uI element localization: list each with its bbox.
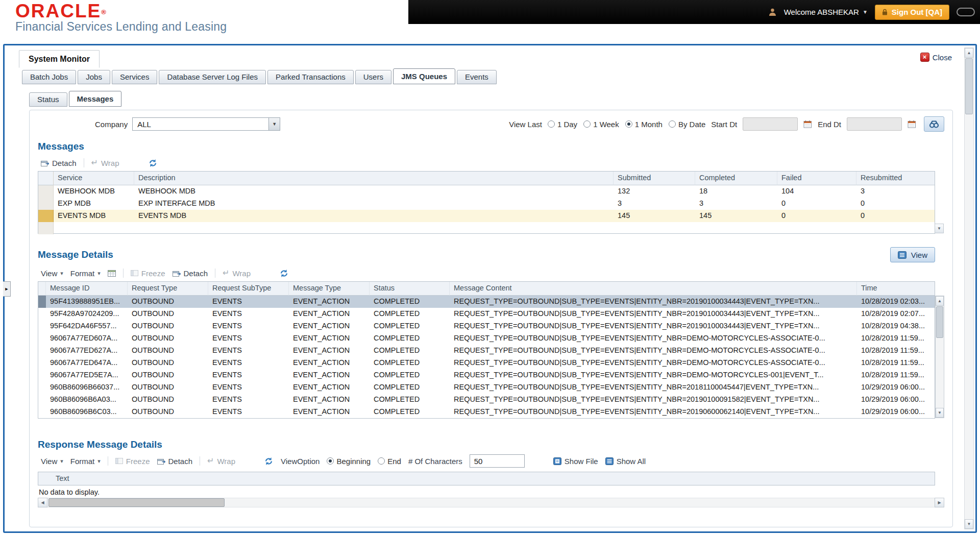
scroll-down-icon[interactable]: ▼ [965,519,973,529]
column-header[interactable]: Request SubType [208,282,289,296]
show-all-button[interactable]: Show All [605,457,646,466]
view-menu[interactable]: View ▾ [41,457,63,466]
column-header[interactable]: Status [370,282,450,296]
scroll-down-icon[interactable]: ▼ [935,224,944,233]
start-dt-input[interactable] [743,117,798,131]
table-row[interactable]: 95F428A97024209... OUTBOUND EVENTS EVENT… [38,308,935,320]
format-menu[interactable]: Format ▾ [70,269,101,278]
table-row[interactable]: 95F642DA46F557... OUTBOUND EVENTS EVENT_… [38,320,935,332]
scrollbar-track[interactable] [47,498,935,507]
column-header[interactable]: Description [134,172,614,185]
column-header[interactable]: Submitted [614,172,695,185]
detach-button[interactable]: Detach [173,269,208,278]
freeze-button[interactable]: Freeze [115,457,150,466]
view-last-option[interactable]: 1 Week [583,120,619,129]
sub-tab[interactable]: Messages [69,91,122,107]
start-dt-calendar-icon[interactable] [803,120,812,128]
window-titlebar: System Monitor × Close [5,45,975,68]
table-row[interactable]: 960B86096B6C03... OUTBOUND EVENTS EVENT_… [38,406,935,418]
refresh-button[interactable] [148,159,158,167]
search-button[interactable] [924,116,944,132]
main-tab[interactable]: Services [112,70,158,84]
export-button[interactable] [108,270,116,277]
messages-table: ServiceDescriptionSubmittedCompletedFail… [38,171,935,234]
scroll-down-icon[interactable]: ▼ [936,408,944,418]
scroll-up-icon[interactable]: ▲ [965,48,973,58]
view-option[interactable]: End [378,457,401,466]
format-menu[interactable]: Format ▾ [70,457,101,466]
end-dt-calendar-icon[interactable] [908,120,916,128]
scroll-up-icon[interactable]: ▲ [936,296,944,306]
cell-time: 10/28/2019 04:38... [857,320,935,332]
refresh-button[interactable] [264,457,274,466]
column-header[interactable]: Failed [777,172,856,185]
main-tab[interactable]: Jobs [78,70,110,84]
refresh-button[interactable] [279,269,289,278]
main-tab[interactable]: Users [355,70,391,84]
table-row[interactable]: 95F4139888951EB... OUTBOUND EVENTS EVENT… [38,296,935,308]
window-vertical-scrollbar[interactable]: ▲ ▼ [964,47,974,529]
column-header[interactable]: Time [857,282,935,296]
table-row[interactable]: EXP MDB EXP INTERFACE MDB 3 3 0 0 [38,198,935,210]
scrollbar-thumb[interactable] [965,58,973,114]
table-row[interactable]: 960B86096B6A03... OUTBOUND EVENTS EVENT_… [38,394,935,406]
main-tab[interactable]: JMS Queues [393,68,455,84]
column-header[interactable]: Request Type [128,282,208,296]
row-gutter [38,210,54,222]
pane-expander-button[interactable]: ► [3,281,11,297]
message-details-scrollbar[interactable]: ▲ ▼ [935,296,944,418]
view-last-option[interactable]: By Date [669,120,705,129]
freeze-button[interactable]: Freeze [131,269,165,278]
scroll-right-icon[interactable]: ▶ [935,498,944,507]
view-last-option[interactable]: 1 Day [548,120,577,129]
table-row[interactable]: 96067A77ED627A... OUTBOUND EVENTS EVENT_… [38,345,935,357]
scrollbar-thumb[interactable] [48,498,225,507]
column-header[interactable]: Message Type [289,282,370,296]
main-tab[interactable]: Database Server Log Files [159,70,266,84]
horizontal-scrollbar[interactable]: ◀ ▶ [38,498,944,507]
messages-table-scrollbar[interactable]: ▼ [935,224,944,233]
oracle-logo: ORACLE® [15,1,227,21]
main-tab[interactable]: Parked Transactions [267,70,354,84]
column-header[interactable]: Message ID [46,282,128,296]
welcome-menu[interactable]: Welcome ABSHEKAR ▼ [784,8,868,16]
close-button[interactable]: × Close [920,53,952,62]
wrap-icon: ↵ [207,458,214,464]
column-header[interactable]: Text [38,472,935,485]
num-characters-input[interactable] [470,454,525,468]
main-tab[interactable]: Batch Jobs [22,70,76,84]
table-row[interactable]: 96067A77ED5E7A... OUTBOUND EVENTS EVENT_… [38,369,935,381]
wrap-button[interactable]: ↵ Wrap [223,269,251,278]
table-row[interactable]: EVENTS MDB EVENTS MDB 145 145 0 0 [38,210,935,222]
wrap-button[interactable]: ↵ Wrap [91,159,119,167]
column-header[interactable]: Service [54,172,134,185]
view-option[interactable]: Beginning [327,457,371,466]
detach-button[interactable]: Detach [157,457,193,466]
table-row[interactable]: 96067A77ED647A... OUTBOUND EVENTS EVENT_… [38,357,935,369]
cell-request-subtype: EVENTS [208,332,289,345]
sub-tabs: StatusMessages [5,91,975,107]
column-header[interactable]: Resubmitted [856,172,935,185]
view-button[interactable]: View [890,247,935,262]
view-last-option[interactable]: 1 Month [625,120,663,129]
detach-icon [173,270,181,277]
view-menu[interactable]: View ▾ [41,269,63,278]
sub-tab[interactable]: Status [29,92,67,107]
main-tab[interactable]: Events [457,70,497,84]
wrap-button[interactable]: ↵ Wrap [207,457,235,466]
end-dt-input[interactable] [847,117,902,131]
table-row[interactable]: 96067A77ED607A... OUTBOUND EVENTS EVENT_… [38,332,935,345]
dropdown-arrow-icon[interactable]: ▼ [268,118,280,130]
sign-out-button[interactable]: Sign Out [QA] [875,5,949,20]
column-header[interactable]: Completed [695,172,777,185]
table-row[interactable]: WEBHOOK MDB WEBHOOK MDB 132 18 104 3 [38,185,935,198]
detach-button[interactable]: Detach [41,159,77,167]
show-file-button[interactable]: Show File [553,457,598,466]
company-select[interactable]: ALL ▼ [132,117,280,131]
start-dt-label: Start Dt [711,120,737,129]
cell-message-id: 95F4139888951EB... [46,296,128,308]
table-row[interactable]: 960B86096B66037... OUTBOUND EVENTS EVENT… [38,381,935,394]
column-header[interactable]: Message Content [450,282,857,296]
scrollbar-thumb[interactable] [936,306,943,338]
scroll-left-icon[interactable]: ◀ [38,498,47,507]
